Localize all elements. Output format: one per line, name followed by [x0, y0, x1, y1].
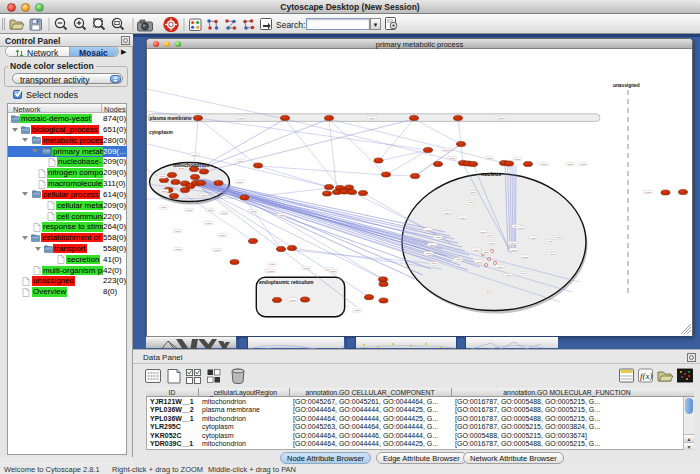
svg-text:f(x): f(x)	[640, 371, 653, 381]
svg-text:Yab1c: Yab1c	[645, 191, 652, 194]
svg-text:Yab1c: Yab1c	[580, 163, 587, 166]
svg-text:unassigned: unassigned	[613, 83, 640, 88]
svg-text:Yab1c: Yab1c	[567, 163, 574, 166]
